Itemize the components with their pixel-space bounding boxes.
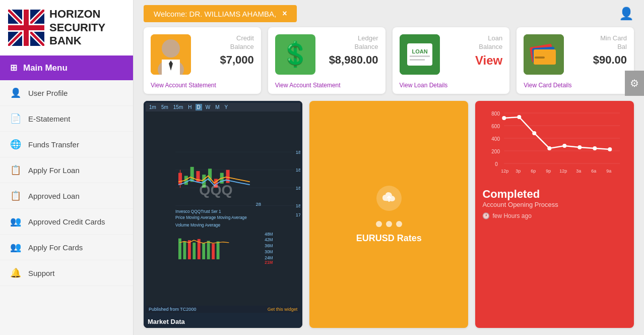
svg-text:QQQ: QQQ (199, 182, 232, 198)
svg-text:6a: 6a (592, 169, 597, 174)
svg-rect-50 (178, 239, 181, 259)
dot-1 (376, 221, 382, 227)
timeframe-y[interactable]: Y (223, 104, 230, 110)
eurusd-loading-dots (376, 221, 402, 227)
svg-rect-56 (207, 241, 210, 259)
svg-text:800: 800 (492, 111, 500, 117)
sidebar-item-apply-cards[interactable]: 👥 Apply For Cards (0, 235, 133, 260)
svg-point-79 (533, 131, 537, 135)
document-icon: 📄 (10, 113, 21, 124)
timeframe-h[interactable]: H (186, 104, 193, 110)
sidebar-item-approved-loan[interactable]: 📋 Approved Loan (0, 183, 133, 209)
market-footer-left: Published from TC2000 (149, 307, 196, 312)
svg-point-84 (608, 147, 612, 151)
svg-rect-38 (190, 167, 194, 182)
approved-cards-icon: 👥 (10, 216, 21, 227)
ledger-balance-card: 💲 LedgerBalance $8,980.00 View Account S… (268, 27, 385, 94)
market-data-widget: 1m 5m 15m H D W M Y (144, 101, 302, 328)
svg-text:12p: 12p (560, 169, 567, 174)
market-toolbar: 1m 5m 15m H D W M Y (146, 103, 300, 111)
eurusd-widget: EURUSD Rates (309, 101, 468, 328)
svg-point-77 (502, 116, 506, 120)
timeframe-15m[interactable]: 15m (172, 104, 184, 110)
min-card-balance-label: Min CardBal (569, 34, 627, 51)
market-chart-area: 189.77 186.74 183.35 181.21 179.07 (146, 111, 300, 306)
min-card-balance-info: Min CardBal $90.00 (569, 34, 627, 67)
svg-rect-18 (410, 55, 430, 57)
summary-cards-row: CreditBalance $7,000 View Account Statem… (134, 27, 644, 101)
logo-area: HORIZON SECURITY BANK (0, 0, 133, 55)
loan-balance-card: LOAN LoanBalance View View Loan Details (393, 27, 510, 94)
welcome-banner: Welcome: DR. WILLIAMS AHAMBA, × (144, 5, 297, 22)
main-content: Welcome: DR. WILLIAMS AHAMBA, × 👤 (134, 0, 644, 335)
timeframe-5m[interactable]: 5m (160, 104, 170, 110)
logo-text: HORIZON SECURITY BANK (49, 8, 105, 47)
sidebar: HORIZON SECURITY BANK ⊞ Main Menu 👤 User… (0, 0, 134, 335)
loan-balance-info: LoanBalance View (445, 34, 503, 68)
dot-3 (396, 221, 402, 227)
min-card-balance-value: $90.00 (569, 53, 627, 67)
user-account-icon[interactable]: 👤 (619, 7, 634, 21)
svg-text:36M: 36M (265, 244, 273, 248)
credit-balance-info: CreditBalance $7,000 (196, 34, 254, 67)
svg-text:48M: 48M (265, 232, 273, 237)
completed-subtitle: Account Opening Process (482, 201, 627, 208)
svg-text:21M: 21M (265, 260, 273, 265)
svg-text:9p: 9p (546, 169, 551, 174)
eurusd-upload-icon (376, 186, 402, 211)
svg-text:3p: 3p (516, 169, 521, 174)
timeframe-d[interactable]: D (196, 104, 202, 110)
view-account-statement-link-2[interactable]: View Account Statement (268, 79, 385, 94)
market-footer: Published from TC2000 Get this widget (146, 306, 300, 313)
sidebar-item-user-profile[interactable]: 👤 User Profile (0, 80, 133, 106)
svg-text:179.07: 179.07 (296, 212, 300, 217)
svg-text:42M: 42M (265, 238, 273, 242)
credit-balance-card: CreditBalance $7,000 View Account Statem… (144, 27, 261, 94)
eurusd-title: EURUSD Rates (356, 233, 422, 244)
timeframe-w[interactable]: W (204, 104, 212, 110)
svg-text:LOAN: LOAN (412, 48, 427, 54)
sidebar-item-funds-transfer[interactable]: 🌐 Funds Transfer (0, 132, 133, 157)
main-menu-item[interactable]: ⊞ Main Menu (0, 55, 133, 80)
svg-text:6p: 6p (531, 169, 536, 174)
svg-point-81 (563, 144, 567, 148)
svg-text:0: 0 (495, 161, 498, 167)
completed-chart: 800 600 400 200 0 (482, 108, 627, 184)
svg-text:9a: 9a (607, 169, 612, 174)
person-icon: 👤 (10, 87, 21, 98)
svg-text:30M: 30M (265, 250, 273, 254)
completed-time: 🕐 few Hours ago (482, 212, 627, 219)
svg-text:600: 600 (492, 124, 500, 129)
completed-widget: 800 600 400 200 0 (475, 101, 634, 328)
approved-loan-icon: 📋 (10, 190, 21, 201)
sidebar-item-support[interactable]: 🔔 Support (0, 260, 133, 286)
loan-icon: LOAN (400, 34, 440, 75)
topbar: Welcome: DR. WILLIAMS AHAMBA, × 👤 (134, 0, 644, 27)
svg-point-78 (518, 115, 522, 119)
apply-cards-icon: 👥 (10, 242, 21, 253)
widgets-row: 1m 5m 15m H D W M Y (134, 101, 644, 335)
svg-text:24M: 24M (265, 256, 273, 260)
credit-balance-value: $7,000 (196, 53, 254, 67)
user-photo (151, 34, 191, 75)
svg-text:Volume Moving Average: Volume Moving Average (175, 223, 220, 228)
svg-text:400: 400 (492, 136, 500, 142)
market-footer-right[interactable]: Get this widget (268, 307, 298, 312)
bell-icon: 🔔 (10, 267, 21, 278)
timeframe-1m[interactable]: 1m (148, 104, 158, 110)
gear-settings-button[interactable]: ⚙ (625, 71, 644, 96)
view-account-statement-link-1[interactable]: View Account Statement (144, 79, 261, 94)
logo-flag-icon (8, 10, 44, 46)
timeframe-m[interactable]: M (214, 104, 221, 110)
close-welcome-button[interactable]: × (282, 9, 287, 18)
view-card-details-link[interactable]: View Card Details (517, 79, 634, 94)
sidebar-item-apply-loan[interactable]: 📋 Apply For Loan (0, 157, 133, 183)
sidebar-item-approved-credit-cards[interactable]: 👥 Approved Credit Cards (0, 209, 133, 235)
dot-2 (386, 221, 392, 227)
loan-apply-icon: 📋 (10, 164, 21, 176)
svg-point-82 (578, 145, 582, 149)
view-loan-details-link[interactable]: View Loan Details (393, 79, 510, 94)
svg-text:186.74: 186.74 (296, 167, 300, 173)
svg-text:181.21: 181.21 (296, 203, 300, 208)
sidebar-item-estatement[interactable]: 📄 E-Statement (0, 106, 133, 132)
